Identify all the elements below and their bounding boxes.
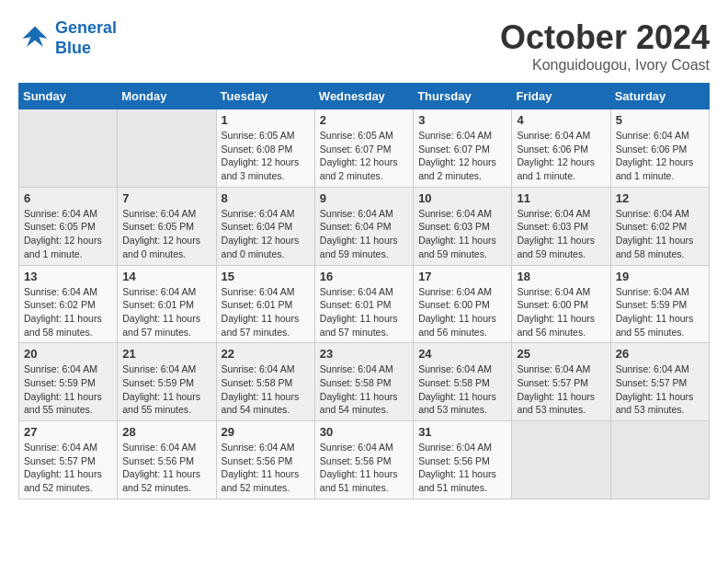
day-info: Sunrise: 6:04 AMSunset: 6:05 PMDaylight:… [24, 207, 112, 261]
day-number: 12 [616, 191, 704, 205]
day-number: 11 [517, 191, 605, 205]
day-number: 17 [418, 270, 506, 283]
calendar-cell: 4Sunrise: 6:04 AMSunset: 6:06 PMDaylight… [512, 109, 610, 188]
calendar-cell: 30Sunrise: 6:04 AMSunset: 5:56 PMDayligh… [314, 421, 413, 500]
day-number: 4 [517, 113, 605, 127]
day-info: Sunrise: 6:04 AMSunset: 6:00 PMDaylight:… [418, 285, 506, 339]
day-number: 14 [122, 270, 210, 283]
calendar-cell: 29Sunrise: 6:04 AMSunset: 5:56 PMDayligh… [216, 421, 314, 500]
calendar-cell: 17Sunrise: 6:04 AMSunset: 6:00 PMDayligh… [414, 265, 512, 343]
day-number: 29 [222, 425, 310, 439]
day-number: 23 [320, 347, 408, 361]
day-info: Sunrise: 6:04 AMSunset: 6:03 PMDaylight:… [517, 207, 605, 261]
calendar-cell: 31Sunrise: 6:04 AMSunset: 5:56 PMDayligh… [414, 421, 512, 500]
calendar-cell: 14Sunrise: 6:04 AMSunset: 6:01 PMDayligh… [118, 265, 216, 343]
day-info: Sunrise: 6:04 AMSunset: 6:01 PMDaylight:… [122, 285, 210, 339]
calendar-cell: 5Sunrise: 6:04 AMSunset: 6:06 PMDaylight… [610, 109, 709, 188]
day-number: 19 [616, 270, 704, 283]
calendar-week-5: 27Sunrise: 6:04 AMSunset: 5:57 PMDayligh… [19, 421, 710, 500]
calendar-cell: 15Sunrise: 6:04 AMSunset: 6:01 PMDayligh… [216, 265, 314, 343]
month-title: October 2024 [500, 18, 710, 57]
day-number: 21 [122, 347, 210, 361]
logo: General Blue [18, 18, 117, 58]
day-number: 10 [418, 191, 506, 205]
weekday-header-thursday: Thursday [414, 84, 512, 109]
day-info: Sunrise: 6:05 AMSunset: 6:07 PMDaylight:… [320, 129, 408, 183]
day-info: Sunrise: 6:04 AMSunset: 6:04 PMDaylight:… [320, 207, 408, 261]
day-number: 27 [24, 425, 112, 439]
logo-line1: General [55, 18, 117, 37]
weekday-header-friday: Friday [512, 84, 610, 109]
day-info: Sunrise: 6:04 AMSunset: 6:06 PMDaylight:… [616, 129, 704, 183]
day-number: 2 [320, 113, 408, 127]
day-info: Sunrise: 6:04 AMSunset: 5:57 PMDaylight:… [517, 362, 605, 417]
day-info: Sunrise: 6:04 AMSunset: 6:02 PMDaylight:… [24, 285, 112, 339]
calendar-cell: 11Sunrise: 6:04 AMSunset: 6:03 PMDayligh… [512, 187, 610, 265]
weekday-header-saturday: Saturday [610, 84, 709, 109]
weekday-header-monday: Monday [118, 84, 216, 109]
day-info: Sunrise: 6:04 AMSunset: 5:59 PMDaylight:… [24, 362, 112, 417]
day-number: 1 [222, 113, 310, 127]
day-number: 30 [320, 425, 408, 439]
calendar-cell: 9Sunrise: 6:04 AMSunset: 6:04 PMDaylight… [314, 187, 413, 265]
calendar-cell: 7Sunrise: 6:04 AMSunset: 6:05 PMDaylight… [118, 187, 216, 265]
day-number: 16 [320, 270, 408, 283]
calendar-cell: 16Sunrise: 6:04 AMSunset: 6:01 PMDayligh… [314, 265, 413, 343]
day-info: Sunrise: 6:04 AMSunset: 6:02 PMDaylight:… [616, 207, 704, 261]
day-number: 26 [616, 347, 704, 361]
calendar-cell: 25Sunrise: 6:04 AMSunset: 5:57 PMDayligh… [512, 343, 610, 421]
day-number: 5 [616, 113, 704, 127]
calendar-cell: 10Sunrise: 6:04 AMSunset: 6:03 PMDayligh… [414, 187, 512, 265]
calendar-cell: 22Sunrise: 6:04 AMSunset: 5:58 PMDayligh… [216, 343, 314, 421]
day-info: Sunrise: 6:04 AMSunset: 6:04 PMDaylight:… [222, 207, 310, 261]
day-info: Sunrise: 6:04 AMSunset: 5:59 PMDaylight:… [616, 285, 704, 339]
calendar-cell: 27Sunrise: 6:04 AMSunset: 5:57 PMDayligh… [19, 421, 118, 500]
day-info: Sunrise: 6:04 AMSunset: 5:59 PMDaylight:… [122, 362, 210, 417]
day-number: 22 [222, 347, 310, 361]
calendar-cell: 21Sunrise: 6:04 AMSunset: 5:59 PMDayligh… [118, 343, 216, 421]
calendar-cell: 28Sunrise: 6:04 AMSunset: 5:56 PMDayligh… [118, 421, 216, 500]
calendar-cell [19, 109, 118, 188]
day-info: Sunrise: 6:04 AMSunset: 5:58 PMDaylight:… [418, 362, 506, 417]
day-info: Sunrise: 6:04 AMSunset: 5:58 PMDaylight:… [320, 362, 408, 417]
logo-line2: Blue [55, 39, 91, 57]
day-info: Sunrise: 6:04 AMSunset: 5:58 PMDaylight:… [222, 362, 310, 417]
logo-text: General Blue [55, 18, 117, 58]
calendar-cell: 13Sunrise: 6:04 AMSunset: 6:02 PMDayligh… [19, 265, 118, 343]
calendar-table: SundayMondayTuesdayWednesdayThursdayFrid… [18, 83, 710, 500]
day-info: Sunrise: 6:04 AMSunset: 5:56 PMDaylight:… [222, 441, 310, 495]
calendar-week-1: 1Sunrise: 6:05 AMSunset: 6:08 PMDaylight… [19, 109, 710, 188]
day-info: Sunrise: 6:05 AMSunset: 6:08 PMDaylight:… [222, 129, 310, 183]
day-info: Sunrise: 6:04 AMSunset: 6:01 PMDaylight:… [320, 285, 408, 339]
day-info: Sunrise: 6:04 AMSunset: 5:56 PMDaylight:… [122, 441, 210, 495]
day-info: Sunrise: 6:04 AMSunset: 5:57 PMDaylight:… [616, 362, 704, 417]
day-number: 28 [122, 425, 210, 439]
day-number: 13 [24, 270, 112, 283]
day-info: Sunrise: 6:04 AMSunset: 6:03 PMDaylight:… [418, 207, 506, 261]
page-header: General Blue October 2024 Konguidougou, … [18, 18, 710, 74]
location-title: Konguidougou, Ivory Coast [500, 57, 710, 74]
logo-bird-icon [18, 22, 51, 55]
calendar-cell: 8Sunrise: 6:04 AMSunset: 6:04 PMDaylight… [216, 187, 314, 265]
day-number: 31 [418, 425, 506, 439]
calendar-week-2: 6Sunrise: 6:04 AMSunset: 6:05 PMDaylight… [19, 187, 710, 265]
calendar-cell: 24Sunrise: 6:04 AMSunset: 5:58 PMDayligh… [414, 343, 512, 421]
calendar-cell: 1Sunrise: 6:05 AMSunset: 6:08 PMDaylight… [216, 109, 314, 188]
day-info: Sunrise: 6:04 AMSunset: 5:56 PMDaylight:… [320, 441, 408, 495]
svg-marker-0 [23, 26, 48, 47]
weekday-header-tuesday: Tuesday [216, 84, 314, 109]
calendar-cell: 20Sunrise: 6:04 AMSunset: 5:59 PMDayligh… [19, 343, 118, 421]
day-number: 24 [418, 347, 506, 361]
title-section: October 2024 Konguidougou, Ivory Coast [500, 18, 710, 74]
calendar-cell: 23Sunrise: 6:04 AMSunset: 5:58 PMDayligh… [314, 343, 413, 421]
calendar-cell: 18Sunrise: 6:04 AMSunset: 6:00 PMDayligh… [512, 265, 610, 343]
weekday-header-wednesday: Wednesday [314, 84, 413, 109]
calendar-cell: 3Sunrise: 6:04 AMSunset: 6:07 PMDaylight… [414, 109, 512, 188]
day-number: 3 [418, 113, 506, 127]
day-info: Sunrise: 6:04 AMSunset: 6:00 PMDaylight:… [517, 285, 605, 339]
day-number: 8 [222, 191, 310, 205]
day-info: Sunrise: 6:04 AMSunset: 6:05 PMDaylight:… [122, 207, 210, 261]
day-number: 7 [122, 191, 210, 205]
day-info: Sunrise: 6:04 AMSunset: 6:06 PMDaylight:… [517, 129, 605, 183]
calendar-week-4: 20Sunrise: 6:04 AMSunset: 5:59 PMDayligh… [19, 343, 710, 421]
